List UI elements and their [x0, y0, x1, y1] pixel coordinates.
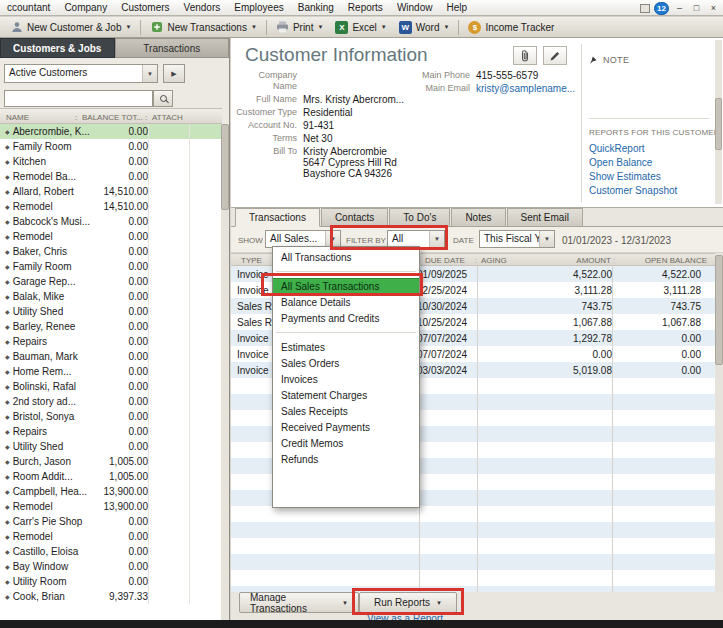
col-attach[interactable]: ATTACH — [152, 113, 183, 122]
customer-row[interactable]: ◆ Carr's Pie Shop 0.00 — [0, 514, 222, 529]
note-header[interactable]: NOTE — [589, 54, 629, 65]
panel-tab[interactable]: To Do's — [389, 208, 450, 226]
collapse-panel-button[interactable]: ▶ — [163, 64, 185, 83]
col-aging[interactable]: AGING — [481, 256, 507, 265]
menu-item[interactable]: Reports — [341, 2, 390, 13]
customer-row[interactable]: ◆ Family Room 0.00 — [0, 139, 222, 154]
transactions-scrollbar[interactable] — [715, 253, 723, 592]
date-dropdown[interactable]: This Fiscal Y... ▼ — [479, 230, 555, 248]
print-button[interactable]: Print ▼ — [270, 19, 330, 36]
customer-row[interactable]: ◆ Remodel 0.00 — [0, 229, 222, 244]
customer-list-scrollbar[interactable] — [221, 124, 229, 620]
customer-row[interactable]: ◆ Bauman, Mark 0.00 — [0, 349, 222, 364]
close-icon[interactable]: × — [707, 2, 720, 14]
customer-row[interactable]: ◆ Remodel 13,900.00 — [0, 499, 222, 514]
scrollbar-thumb[interactable] — [715, 255, 723, 365]
customer-row[interactable]: ◆ Burch, Jason 1,005.00 — [0, 454, 222, 469]
scrollbar-thumb[interactable] — [715, 98, 722, 150]
col-balance[interactable]: BALANCE TOT... — [82, 113, 143, 122]
menu-option[interactable]: Balance Details — [273, 294, 419, 310]
customer-row[interactable]: ◆ Allard, Robert 14,510.00 — [0, 184, 222, 199]
customer-filter-dropdown[interactable]: Active Customers ▼ — [4, 64, 158, 83]
menu-item[interactable]: Banking — [291, 2, 341, 13]
customer-row[interactable]: ◆ Cook, Brian 9,397.33 — [0, 589, 222, 604]
minimize-icon[interactable]: – — [673, 2, 686, 14]
restore-icon[interactable]: □ — [690, 2, 703, 14]
sidebar-tab[interactable]: Transactions — [115, 38, 230, 58]
customer-row[interactable]: ◆ Home Rem... 0.00 — [0, 364, 222, 379]
menu-option[interactable]: Statement Charges — [273, 387, 419, 403]
customer-row[interactable]: ◆ Room Addit... 1,005.00 — [0, 469, 222, 484]
sidebar-tab[interactable]: Customers & Jobs — [0, 38, 115, 58]
panel-tab[interactable]: Notes — [451, 208, 505, 226]
menu-option[interactable]: Received Payments — [273, 419, 419, 435]
col-open-balance[interactable]: OPEN BALANCE — [619, 256, 707, 265]
customer-row[interactable]: ◆ Remodel Ba... 0.00 — [0, 169, 222, 184]
col-amount[interactable]: AMOUNT — [551, 256, 611, 265]
report-link[interactable]: Show Estimates — [589, 170, 677, 184]
customer-row[interactable]: ◆ Utility Shed 0.00 — [0, 439, 222, 454]
customer-row[interactable]: ◆ 2nd story ad... 0.00 — [0, 394, 222, 409]
customer-row[interactable]: ◆ Bristol, Sonya 0.00 — [0, 409, 222, 424]
menu-option[interactable]: Refunds — [273, 451, 419, 467]
customer-row[interactable]: ◆ Bolinski, Rafal 0.00 — [0, 379, 222, 394]
diamond-icon: ◆ — [5, 323, 10, 330]
attach-file-button[interactable] — [513, 46, 537, 65]
diamond-icon: ◆ — [5, 293, 10, 300]
edit-customer-button[interactable] — [543, 46, 567, 65]
customer-row[interactable]: ◆ Remodel 0.00 — [0, 529, 222, 544]
new-transactions-button[interactable]: New Transactions ▼ — [144, 19, 262, 36]
new-customer-job-button[interactable]: New Customer & Job ▼ — [4, 19, 137, 36]
customer-row[interactable]: ◆ Campbell, Hea... 13,900.00 — [0, 484, 222, 499]
word-button[interactable]: W Word ▼ — [393, 19, 456, 36]
info-scrollbar[interactable] — [715, 40, 722, 204]
customer-row[interactable]: ◆ Garage Rep... 0.00 — [0, 274, 222, 289]
income-tracker-button[interactable]: $ Income Tracker — [462, 19, 560, 36]
col-due-date[interactable]: DUE DATE — [425, 256, 465, 265]
menu-option[interactable]: All Transactions — [273, 249, 419, 265]
menu-item[interactable]: Help — [439, 2, 474, 13]
menu-option[interactable]: Invoices — [273, 371, 419, 387]
customer-row[interactable]: ◆ Utility Room 0.00 — [0, 574, 222, 589]
menu-item[interactable]: ccountant — [0, 2, 57, 13]
menu-item[interactable]: Company — [57, 2, 114, 13]
customer-row[interactable]: ◆ Utility Shed 0.00 — [0, 304, 222, 319]
menu-item[interactable]: Vendors — [177, 2, 228, 13]
panel-tab[interactable]: Sent Email — [507, 208, 583, 226]
scrollbar-thumb[interactable] — [221, 124, 229, 210]
customer-row[interactable]: ◆ Castillo, Eloisa 0.00 — [0, 544, 222, 559]
customer-row[interactable]: ◆ Kitchen 0.00 — [0, 154, 222, 169]
menu-option[interactable]: Estimates — [273, 339, 419, 355]
menu-option[interactable]: Sales Orders — [273, 355, 419, 371]
report-link[interactable]: Customer Snapshot — [589, 184, 677, 198]
search-button[interactable] — [153, 90, 173, 107]
customer-row[interactable]: ◆ Balak, Mike 0.00 — [0, 289, 222, 304]
report-link[interactable]: Open Balance — [589, 156, 677, 170]
customer-row[interactable]: ◆ Abercrombie, K... 0.00 — [0, 124, 222, 139]
notification-badge[interactable]: 12 — [654, 2, 669, 15]
excel-button[interactable]: X Excel ▼ — [329, 19, 392, 36]
customer-row[interactable]: ◆ Remodel 14,510.00 — [0, 199, 222, 214]
report-link[interactable]: QuickReport — [589, 142, 677, 156]
panel-tab[interactable]: Transactions — [235, 208, 320, 227]
manage-transactions-button[interactable]: Manage Transactions ▼ — [239, 592, 359, 613]
customer-row[interactable]: ◆ Repairs 0.00 — [0, 424, 222, 439]
col-type[interactable]: TYPE — [241, 256, 262, 265]
menu-option[interactable]: Sales Receipts — [273, 403, 419, 419]
customer-row[interactable]: ◆ Barley, Renee 0.00 — [0, 319, 222, 334]
customer-row[interactable]: ◆ Baker, Chris 0.00 — [0, 244, 222, 259]
menu-item[interactable]: Employees — [227, 2, 290, 13]
menu-item[interactable]: Customers — [114, 2, 176, 13]
field-value: Net 30 — [303, 133, 332, 144]
search-input[interactable] — [4, 90, 153, 107]
menu-option[interactable]: Credit Memos — [273, 435, 419, 451]
customer-row[interactable]: ◆ Babcock's Musi... 0.00 — [0, 214, 222, 229]
menu-item[interactable]: Window — [390, 2, 440, 13]
customer-row[interactable]: ◆ Family Room 0.00 — [0, 259, 222, 274]
panel-tab[interactable]: Contacts — [321, 208, 388, 226]
customer-row[interactable]: ◆ Bay Window 0.00 — [0, 559, 222, 574]
col-name[interactable]: NAME — [6, 113, 29, 122]
menu-option[interactable]: Payments and Credits — [273, 310, 419, 326]
customer-row[interactable]: ◆ Repairs 0.00 — [0, 334, 222, 349]
window-icon[interactable] — [640, 4, 650, 13]
